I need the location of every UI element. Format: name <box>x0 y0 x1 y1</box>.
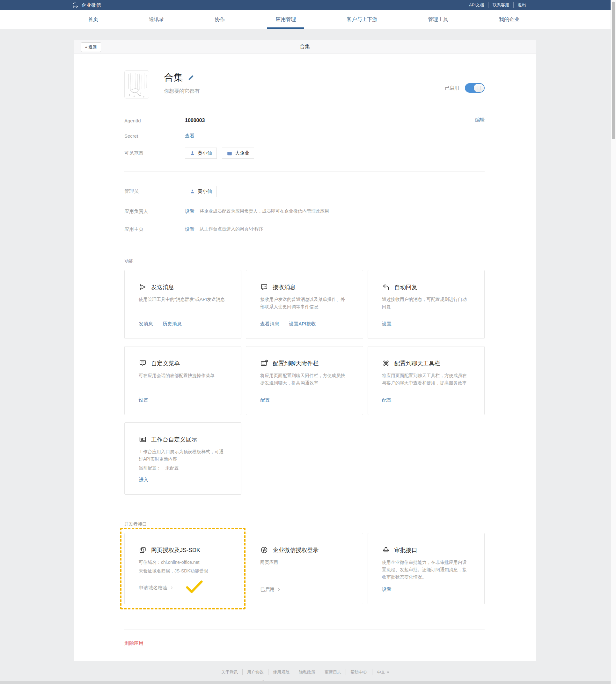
enable-toggle[interactable] <box>465 83 485 93</box>
feature-desc: 接收用户发送的普通消息以及菜单操作、外部联系人变更回调等事件信息 <box>260 296 349 311</box>
current-config-value: 未配置 <box>166 465 179 471</box>
main-nav: 首页 通讯录 协作 应用管理 客户与上下游 管理工具 我的企业 <box>0 10 611 29</box>
footer-rules-link[interactable]: 使用规范 <box>268 669 294 675</box>
workbench-enter-link[interactable]: 进入 <box>139 477 148 483</box>
delete-app-link[interactable]: 删除应用 <box>124 640 144 646</box>
tab-collaboration[interactable]: 协作 <box>206 10 234 29</box>
app-home-row: 应用主页 设置 从工作台点击进入的网页/小程序 <box>124 226 485 233</box>
set-owner-link[interactable]: 设置 <box>185 208 195 214</box>
approval-settings-link[interactable]: 设置 <box>382 587 392 593</box>
send-message-link[interactable]: 发消息 <box>139 321 153 327</box>
tab-contacts[interactable]: 通讯录 <box>140 10 173 29</box>
feature-card-receive-message: 接收消息 接收用户发送的普通消息以及菜单操作、外部联系人变更回调等事件信息 查看… <box>246 270 363 339</box>
feature-title: 配置到聊天附件栏 <box>272 360 318 367</box>
tab-app-management[interactable]: 应用管理 <box>267 10 304 29</box>
toggle-knob <box>474 84 484 92</box>
current-config-line: 当前配置：未配置 <box>139 465 227 471</box>
set-home-link[interactable]: 设置 <box>185 226 195 232</box>
apply-domain-verify-link[interactable]: 申请域名校验 <box>139 585 172 591</box>
secret-row: Secret 查看 <box>124 132 485 139</box>
edit-link[interactable]: 编辑 <box>475 117 485 123</box>
tab-customers[interactable]: 客户与上下游 <box>338 10 386 29</box>
feature-desc: 工作台应用入口展示为预设模板样式，可通过API实时更新内容 <box>139 448 227 463</box>
tab-home[interactable]: 首页 <box>80 10 107 29</box>
logout-link[interactable]: 退出 <box>513 2 530 8</box>
api-docs-link[interactable]: API文档 <box>465 2 488 8</box>
developer-section-label: 开发者接口 <box>124 521 485 527</box>
workbench-display-icon <box>139 435 147 443</box>
feature-desc: 可在应用会话的底部配置快捷操作菜单 <box>139 372 227 379</box>
contact-support-link[interactable]: 联系客服 <box>488 2 513 8</box>
dev-card-title: 网页授权及JS-SDK <box>151 546 200 554</box>
attachment-bar-config-link[interactable]: 配置 <box>260 397 270 403</box>
footer-agreement-link[interactable]: 用户协议 <box>242 669 268 675</box>
message-history-link[interactable]: 历史消息 <box>162 321 182 327</box>
feature-card-send-message: 发送消息 使用管理工具中的“消息群发”或API发送消息 发消息 历史消息 <box>124 270 241 339</box>
member-tag: 黄小仙 <box>185 147 217 159</box>
person-icon <box>190 189 195 194</box>
apply-domain-verify-label: 申请域名校验 <box>139 585 168 591</box>
app-subtitle: 你想要的它都有 <box>164 88 200 95</box>
view-messages-link[interactable]: 查看消息 <box>260 321 279 327</box>
scrollbar-thumb[interactable] <box>612 2 615 139</box>
chevron-right-icon <box>170 587 173 590</box>
approval-api-icon <box>382 546 390 554</box>
auto-reply-settings-link[interactable]: 设置 <box>382 321 392 327</box>
highlighted-card-wrapper: 网页授权及JS-SDK 可信域名：chl.online-office.net 未… <box>124 533 241 604</box>
admin-member-tag: 黄小仙 <box>185 186 217 197</box>
agentid-value: 1000003 <box>185 118 205 123</box>
topbar: 企业微信 API文档 联系客服 退出 <box>0 0 611 10</box>
dev-card-web-auth-jssdk: 网页授权及JS-SDK 可信域名：chl.online-office.net 未… <box>124 533 241 604</box>
set-api-receive-link[interactable]: 设置API接收 <box>289 321 316 327</box>
app-owner-row: 应用负责人 设置 将企业成员配置为应用负责人，成员即可在企业微信内管理此应用 <box>124 208 485 215</box>
feature-desc: 将应用页面配置到聊天附件栏，方便成员快捷发送到聊天，提高沟通效率 <box>260 372 349 387</box>
check-annotation-icon <box>185 580 203 594</box>
app-home-label: 应用主页 <box>124 226 185 232</box>
footer-about-link[interactable]: 关于腾讯 <box>217 669 242 675</box>
admin-member-label: 黄小仙 <box>198 188 212 195</box>
auth-login-icon <box>260 546 268 554</box>
auth-login-enabled-link[interactable]: 已启用 <box>260 587 279 593</box>
app-name: 合集 <box>164 71 183 84</box>
feature-card-custom-menu: 自定义菜单 可在应用会话的底部配置快捷操作菜单 设置 <box>124 346 241 415</box>
member-tag-label: 黄小仙 <box>198 150 212 156</box>
visible-scope-row: 可见范围 黄小仙 大企业 <box>124 147 485 159</box>
owner-description: 将企业成员配置为应用负责人，成员即可在企业微信内管理此应用 <box>200 208 329 214</box>
back-button[interactable]: « 返回 <box>81 42 101 52</box>
auth-login-enabled-label: 已启用 <box>260 587 274 593</box>
dev-card-approval-api: 审批接口 使用企业微信审批能力，在非审批应用内设置流程、发起审批。还能订阅通知消… <box>368 533 485 604</box>
tab-my-company[interactable]: 我的企业 <box>491 10 528 29</box>
feature-title: 工作台自定义展示 <box>151 436 197 443</box>
trusted-domain-line: 可信域名：chl.online-office.net <box>139 559 227 566</box>
footer-changelog-link[interactable]: 更新日志 <box>320 669 346 675</box>
language-label: 中文 <box>377 670 385 675</box>
feature-desc: 通过接收用户的消息，可配置规则进行自动回复 <box>382 296 470 311</box>
receive-message-icon <box>260 283 268 291</box>
edit-name-pencil-icon[interactable] <box>188 74 195 81</box>
tab-admin-tools[interactable]: 管理工具 <box>420 10 457 29</box>
feature-card-chat-attachment-bar: 配置到聊天附件栏 将应用页面配置到聊天附件栏，方便成员快捷发送到聊天，提高沟通效… <box>246 346 363 415</box>
feature-title: 自动回复 <box>394 283 417 291</box>
status-label: 已启用 <box>445 85 459 91</box>
admin-label: 管理员 <box>124 188 185 195</box>
web-auth-jssdk-icon <box>139 546 147 554</box>
feature-title: 发送消息 <box>151 283 174 291</box>
toolbar-config-link[interactable]: 配置 <box>382 397 392 403</box>
feature-card-workbench-display: 工作台自定义展示 工作台应用入口展示为预设模板样式，可通过API实时更新内容 当… <box>124 422 241 495</box>
auto-reply-icon <box>382 283 390 291</box>
vertical-scrollbar[interactable] <box>611 0 616 684</box>
feature-card-auto-reply: 自动回复 通过接收用户的消息，可配置规则进行自动回复 设置 <box>368 270 485 339</box>
view-secret-link[interactable]: 查看 <box>185 133 195 139</box>
site-footer: 关于腾讯 用户协议 使用规范 隐私政策 更新日志 帮助中心 中文 © 1998 … <box>0 661 611 684</box>
feature-desc: 将应用页面配置到聊天工具栏，方便成员在与客户的聊天中查看和使用，提高服务效率 <box>382 372 470 387</box>
app-detail-card: « 返回 合集 <box>74 40 536 661</box>
custom-menu-settings-link[interactable]: 设置 <box>139 397 148 403</box>
dev-card-desc: 使用企业微信审批能力，在非审批应用内设置流程、发起审批。还能订阅通知消息，接收审… <box>382 559 470 581</box>
language-selector[interactable]: 中文 <box>372 669 394 675</box>
department-tag: 大企业 <box>222 147 254 159</box>
footer-privacy-link[interactable]: 隐私政策 <box>294 669 320 675</box>
card-header-bar: « 返回 合集 <box>74 40 536 54</box>
footer-help-link[interactable]: 帮助中心 <box>346 669 371 675</box>
chat-toolbar-icon <box>382 359 390 367</box>
features-section-label: 功能 <box>124 258 485 264</box>
